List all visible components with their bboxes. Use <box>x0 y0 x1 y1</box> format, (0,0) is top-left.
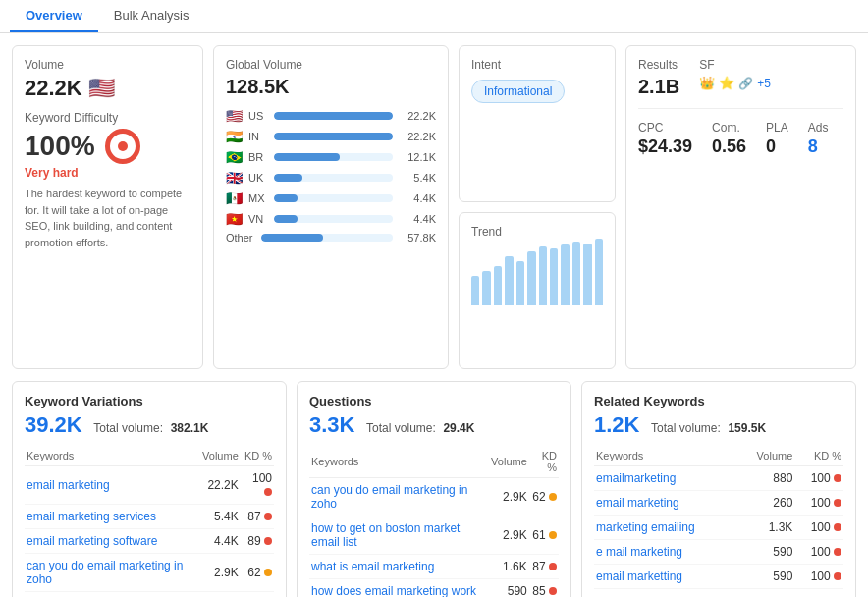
trend-card: Trend <box>459 212 616 369</box>
sf-crown-icon: 👑 <box>699 76 715 90</box>
kw-link[interactable]: how does email marketing work <box>311 584 476 597</box>
kw-kd: 87 <box>241 505 274 529</box>
trend-bar-1 <box>471 276 479 305</box>
kd-hardness: Very hard <box>25 166 190 180</box>
kw-vol: 5.4K <box>200 505 241 529</box>
val-uk: 5.4K <box>399 172 436 184</box>
results-item: Results 2.1B <box>638 58 679 98</box>
kw-vol: 590 <box>738 565 794 589</box>
global-volume-value: 128.5K <box>226 76 436 98</box>
kw-link[interactable]: can you do email marketing in zoho <box>27 559 183 586</box>
ads-label: Ads <box>808 121 829 135</box>
related-keywords-total-value: 159.5K <box>728 421 766 435</box>
kw-vol: 590 <box>489 579 529 598</box>
flag-vn: 🇻🇳 <box>226 211 243 227</box>
kw-kd: 89 <box>241 529 274 554</box>
kw-link[interactable]: email marketing services <box>27 510 156 523</box>
kd-dot <box>264 488 272 496</box>
kd-dot <box>264 513 272 520</box>
kw-kd: 100 <box>794 516 843 540</box>
related-col-kd: KD % <box>794 446 843 466</box>
kd-dot <box>834 474 841 482</box>
kw-variations-title: Keyword Variations <box>25 394 274 408</box>
bar-mx <box>274 194 393 202</box>
trend-bar-8 <box>550 248 558 305</box>
kw-link[interactable]: can you do email marketing in zoho <box>311 483 467 511</box>
code-vn: VN <box>248 213 268 225</box>
table-row: can you do email marketing in zoho 2.9K … <box>25 554 274 592</box>
com-item: Com. 0.56 <box>712 121 746 157</box>
trend-bar-7 <box>539 246 547 305</box>
bar-uk <box>274 174 393 182</box>
kw-link[interactable]: email marketting <box>596 570 682 583</box>
kw-link[interactable]: e mail marketing <box>596 545 682 559</box>
kw-link[interactable]: email marketing <box>27 478 110 492</box>
intent-badge: Informational <box>471 80 565 103</box>
kd-dot <box>549 493 557 501</box>
results-bottom: CPC $24.39 Com. 0.56 PLA 0 Ads 8 <box>638 121 843 157</box>
cpc-label: CPC <box>638 121 692 135</box>
related-col-keywords: Keywords <box>594 446 738 466</box>
kw-link[interactable]: what is email marketing <box>311 560 434 573</box>
related-keywords-title: Related Keywords <box>594 394 843 408</box>
kw-kd: 85 <box>529 579 559 598</box>
kw-link[interactable]: marketing emailing <box>596 520 695 534</box>
bar-us <box>274 112 393 120</box>
country-row-mx: 🇲🇽 MX 4.4K <box>226 190 436 206</box>
kw-variations-col-kd: KD % <box>241 446 274 466</box>
related-keywords-card: Related Keywords 1.2K Total volume: 159.… <box>581 381 856 597</box>
country-row-us: 🇺🇸 US 22.2K <box>226 108 436 124</box>
table-row: canva email marketing 2.9K 55 <box>25 592 274 598</box>
table-row: email marketing software 4.4K 89 <box>25 529 274 554</box>
related-col-volume: Volume <box>738 446 794 466</box>
kw-vol: 1.3K <box>738 516 794 540</box>
kw-vol: 2.9K <box>200 592 241 598</box>
val-other: 57.8K <box>399 232 436 244</box>
kw-vol: 2.9K <box>489 478 529 516</box>
questions-total-label: Total volume: <box>366 421 436 435</box>
kd-dot <box>834 499 841 507</box>
kw-kd: 100 <box>241 466 274 505</box>
val-vn: 4.4K <box>399 213 436 225</box>
kw-kd: 62 <box>241 554 274 592</box>
kw-vol: 4.4K <box>200 529 241 554</box>
kd-dot <box>549 531 557 539</box>
volume-label: Volume <box>25 58 190 72</box>
questions-title: Questions <box>309 394 559 408</box>
tabs-bar: Overview Bulk Analysis <box>0 0 868 33</box>
other-row: Other 57.8K <box>226 232 436 244</box>
kw-link[interactable]: email marketing software <box>27 534 157 548</box>
kw-vol: 1.6K <box>489 555 529 579</box>
pla-value: 0 <box>766 136 788 157</box>
trend-bar-11 <box>583 244 591 305</box>
flag-uk: 🇬🇧 <box>226 170 243 186</box>
kw-link[interactable]: how to get on boston market email list <box>311 521 460 549</box>
kw-variations-table: Keywords Volume KD % email marketing 22.… <box>25 446 274 597</box>
kw-link[interactable]: email marketing <box>596 496 679 510</box>
trend-bar-6 <box>527 251 535 305</box>
questions-count: 3.3K <box>309 412 354 437</box>
flag-mx: 🇲🇽 <box>226 190 243 206</box>
trend-bar-10 <box>572 242 580 305</box>
bar-other <box>261 234 393 242</box>
results-top: Results 2.1B SF 👑 ⭐ 🔗 +5 <box>638 58 843 109</box>
kw-vol: 260 <box>738 491 794 516</box>
kw-vol: 880 <box>738 466 794 491</box>
com-value: 0.56 <box>712 136 746 157</box>
country-row-in: 🇮🇳 IN 22.2K <box>226 129 436 144</box>
trend-bar-9 <box>561 244 569 305</box>
sf-plus: +5 <box>757 77 771 90</box>
sf-item: SF 👑 ⭐ 🔗 +5 <box>699 58 771 98</box>
related-keywords-table: Keywords Volume KD % emailmarketing 880 … <box>594 446 843 589</box>
questions-total-value: 29.4K <box>443 421 474 435</box>
kw-kd: 100 <box>794 491 843 516</box>
pla-item: PLA 0 <box>766 121 788 157</box>
tab-bulk-analysis[interactable]: Bulk Analysis <box>98 0 205 32</box>
results-card: Results 2.1B SF 👑 ⭐ 🔗 +5 CPC $24.39 <box>625 45 856 369</box>
kw-vol: 2.9K <box>200 554 241 592</box>
intent-label: Intent <box>471 58 603 72</box>
tab-overview[interactable]: Overview <box>10 0 98 32</box>
kd-description: The hardest keyword to compete for. It w… <box>25 186 190 250</box>
kw-variations-col-keywords: Keywords <box>25 446 200 466</box>
kw-link[interactable]: emailmarketing <box>596 471 676 485</box>
